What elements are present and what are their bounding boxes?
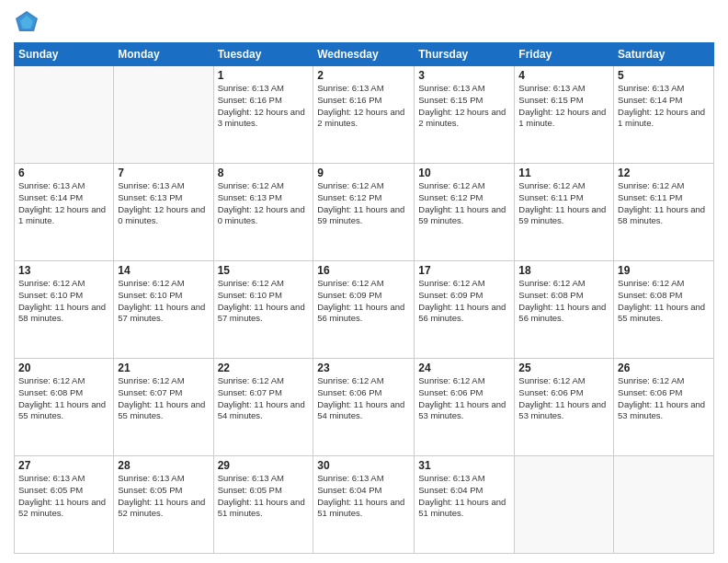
day-info: Sunrise: 6:12 AM Sunset: 6:09 PM Dayligh… <box>317 278 410 325</box>
page: SundayMondayTuesdayWednesdayThursdayFrid… <box>0 0 728 563</box>
calendar-cell <box>515 456 614 554</box>
calendar-cell <box>114 66 213 164</box>
day-number: 13 <box>18 264 109 277</box>
day-info: Sunrise: 6:12 AM Sunset: 6:07 PM Dayligh… <box>118 375 209 422</box>
day-info: Sunrise: 6:13 AM Sunset: 6:15 PM Dayligh… <box>418 83 510 130</box>
day-info: Sunrise: 6:12 AM Sunset: 6:11 PM Dayligh… <box>518 180 609 227</box>
calendar-cell: 31Sunrise: 6:13 AM Sunset: 6:04 PM Dayli… <box>415 456 515 554</box>
day-number: 11 <box>518 167 609 179</box>
day-number: 8 <box>218 167 310 179</box>
day-info: Sunrise: 6:12 AM Sunset: 6:06 PM Dayligh… <box>618 375 710 422</box>
day-info: Sunrise: 6:13 AM Sunset: 6:15 PM Dayligh… <box>518 83 609 130</box>
week-row-1: 1Sunrise: 6:13 AM Sunset: 6:16 PM Daylig… <box>15 66 714 164</box>
day-number: 10 <box>418 167 510 179</box>
day-info: Sunrise: 6:12 AM Sunset: 6:10 PM Dayligh… <box>18 278 109 325</box>
logo-icon <box>14 9 40 35</box>
day-info: Sunrise: 6:12 AM Sunset: 6:07 PM Dayligh… <box>218 375 310 422</box>
weekday-header-friday: Friday <box>515 43 614 66</box>
calendar-cell: 9Sunrise: 6:12 AM Sunset: 6:12 PM Daylig… <box>313 164 415 261</box>
calendar-cell: 11Sunrise: 6:12 AM Sunset: 6:11 PM Dayli… <box>515 164 614 261</box>
calendar-cell: 5Sunrise: 6:13 AM Sunset: 6:14 PM Daylig… <box>614 66 714 164</box>
day-info: Sunrise: 6:12 AM Sunset: 6:08 PM Dayligh… <box>618 278 710 325</box>
day-number: 5 <box>618 69 710 82</box>
day-info: Sunrise: 6:12 AM Sunset: 6:09 PM Dayligh… <box>418 278 510 325</box>
calendar-cell: 26Sunrise: 6:12 AM Sunset: 6:06 PM Dayli… <box>614 359 714 456</box>
calendar-cell: 7Sunrise: 6:13 AM Sunset: 6:13 PM Daylig… <box>114 164 213 261</box>
calendar-cell: 13Sunrise: 6:12 AM Sunset: 6:10 PM Dayli… <box>15 261 114 359</box>
weekday-header-tuesday: Tuesday <box>213 43 313 66</box>
week-row-3: 13Sunrise: 6:12 AM Sunset: 6:10 PM Dayli… <box>15 261 714 359</box>
calendar-cell: 6Sunrise: 6:13 AM Sunset: 6:14 PM Daylig… <box>15 164 114 261</box>
day-info: Sunrise: 6:12 AM Sunset: 6:12 PM Dayligh… <box>317 180 410 227</box>
calendar-cell: 19Sunrise: 6:12 AM Sunset: 6:08 PM Dayli… <box>614 261 714 359</box>
day-number: 15 <box>218 264 310 277</box>
day-info: Sunrise: 6:12 AM Sunset: 6:12 PM Dayligh… <box>418 180 510 227</box>
calendar-cell: 8Sunrise: 6:12 AM Sunset: 6:13 PM Daylig… <box>213 164 313 261</box>
day-info: Sunrise: 6:13 AM Sunset: 6:05 PM Dayligh… <box>18 473 109 520</box>
calendar-cell: 29Sunrise: 6:13 AM Sunset: 6:05 PM Dayli… <box>213 456 313 554</box>
day-number: 25 <box>518 362 609 374</box>
day-info: Sunrise: 6:12 AM Sunset: 6:08 PM Dayligh… <box>18 375 109 422</box>
calendar-cell: 15Sunrise: 6:12 AM Sunset: 6:10 PM Dayli… <box>213 261 313 359</box>
calendar-cell: 16Sunrise: 6:12 AM Sunset: 6:09 PM Dayli… <box>313 261 415 359</box>
day-info: Sunrise: 6:13 AM Sunset: 6:16 PM Dayligh… <box>317 83 410 130</box>
week-row-5: 27Sunrise: 6:13 AM Sunset: 6:05 PM Dayli… <box>15 456 714 554</box>
weekday-header-wednesday: Wednesday <box>313 43 415 66</box>
day-info: Sunrise: 6:12 AM Sunset: 6:06 PM Dayligh… <box>418 375 510 422</box>
calendar-cell: 22Sunrise: 6:12 AM Sunset: 6:07 PM Dayli… <box>213 359 313 456</box>
day-number: 21 <box>118 362 209 374</box>
day-info: Sunrise: 6:12 AM Sunset: 6:11 PM Dayligh… <box>618 180 710 227</box>
calendar-cell: 20Sunrise: 6:12 AM Sunset: 6:08 PM Dayli… <box>15 359 114 456</box>
day-number: 3 <box>418 69 510 82</box>
day-number: 30 <box>317 459 410 472</box>
day-number: 28 <box>118 459 209 472</box>
day-info: Sunrise: 6:12 AM Sunset: 6:06 PM Dayligh… <box>317 375 410 422</box>
day-number: 2 <box>317 69 410 82</box>
day-info: Sunrise: 6:13 AM Sunset: 6:16 PM Dayligh… <box>218 83 310 130</box>
day-number: 31 <box>418 459 510 472</box>
calendar-cell: 10Sunrise: 6:12 AM Sunset: 6:12 PM Dayli… <box>415 164 515 261</box>
day-info: Sunrise: 6:13 AM Sunset: 6:04 PM Dayligh… <box>418 473 510 520</box>
calendar-cell: 24Sunrise: 6:12 AM Sunset: 6:06 PM Dayli… <box>415 359 515 456</box>
day-info: Sunrise: 6:13 AM Sunset: 6:14 PM Dayligh… <box>18 180 109 227</box>
day-number: 14 <box>118 264 209 277</box>
day-info: Sunrise: 6:13 AM Sunset: 6:14 PM Dayligh… <box>618 83 710 130</box>
day-number: 1 <box>218 69 310 82</box>
day-number: 26 <box>618 362 710 374</box>
calendar-cell: 27Sunrise: 6:13 AM Sunset: 6:05 PM Dayli… <box>15 456 114 554</box>
day-info: Sunrise: 6:13 AM Sunset: 6:13 PM Dayligh… <box>118 180 209 227</box>
calendar-cell: 12Sunrise: 6:12 AM Sunset: 6:11 PM Dayli… <box>614 164 714 261</box>
day-number: 19 <box>618 264 710 277</box>
weekday-header-monday: Monday <box>114 43 213 66</box>
calendar-cell: 14Sunrise: 6:12 AM Sunset: 6:10 PM Dayli… <box>114 261 213 359</box>
week-row-4: 20Sunrise: 6:12 AM Sunset: 6:08 PM Dayli… <box>15 359 714 456</box>
day-info: Sunrise: 6:13 AM Sunset: 6:04 PM Dayligh… <box>317 473 410 520</box>
day-number: 27 <box>18 459 109 472</box>
week-row-2: 6Sunrise: 6:13 AM Sunset: 6:14 PM Daylig… <box>15 164 714 261</box>
calendar-cell: 1Sunrise: 6:13 AM Sunset: 6:16 PM Daylig… <box>213 66 313 164</box>
calendar-cell: 30Sunrise: 6:13 AM Sunset: 6:04 PM Dayli… <box>313 456 415 554</box>
calendar-cell: 17Sunrise: 6:12 AM Sunset: 6:09 PM Dayli… <box>415 261 515 359</box>
day-number: 7 <box>118 167 209 179</box>
day-number: 12 <box>618 167 710 179</box>
day-info: Sunrise: 6:13 AM Sunset: 6:05 PM Dayligh… <box>218 473 310 520</box>
day-number: 16 <box>317 264 410 277</box>
weekday-header-row: SundayMondayTuesdayWednesdayThursdayFrid… <box>15 43 714 66</box>
day-info: Sunrise: 6:12 AM Sunset: 6:10 PM Dayligh… <box>118 278 209 325</box>
header <box>14 9 714 35</box>
day-info: Sunrise: 6:12 AM Sunset: 6:13 PM Dayligh… <box>218 180 310 227</box>
day-number: 9 <box>317 167 410 179</box>
day-info: Sunrise: 6:13 AM Sunset: 6:05 PM Dayligh… <box>118 473 209 520</box>
calendar-cell: 25Sunrise: 6:12 AM Sunset: 6:06 PM Dayli… <box>515 359 614 456</box>
day-info: Sunrise: 6:12 AM Sunset: 6:10 PM Dayligh… <box>218 278 310 325</box>
calendar-cell: 4Sunrise: 6:13 AM Sunset: 6:15 PM Daylig… <box>515 66 614 164</box>
calendar-cell <box>614 456 714 554</box>
day-number: 6 <box>18 167 109 179</box>
weekday-header-sunday: Sunday <box>15 43 114 66</box>
calendar-cell <box>15 66 114 164</box>
day-number: 18 <box>518 264 609 277</box>
day-number: 17 <box>418 264 510 277</box>
calendar: SundayMondayTuesdayWednesdayThursdayFrid… <box>14 42 714 554</box>
day-number: 22 <box>218 362 310 374</box>
day-info: Sunrise: 6:12 AM Sunset: 6:08 PM Dayligh… <box>518 278 609 325</box>
